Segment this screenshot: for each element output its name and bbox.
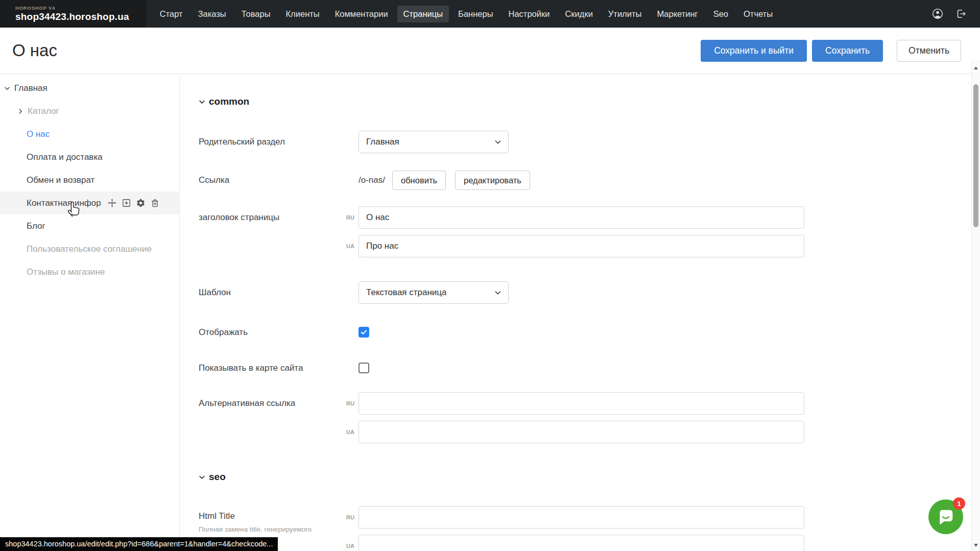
sidebar-item-label: Контактная инфор bbox=[27, 198, 101, 208]
nav-item-utilities[interactable]: Утилиты bbox=[602, 6, 648, 22]
field-display: Отображать bbox=[199, 327, 971, 338]
nav-item-discounts[interactable]: Скидки bbox=[559, 6, 599, 22]
display-checkbox[interactable] bbox=[358, 327, 369, 338]
nav-item-products[interactable]: Товары bbox=[235, 6, 277, 22]
sidebar-item-o-nas[interactable]: О нас bbox=[0, 123, 179, 146]
nav-item-pages[interactable]: Страницы bbox=[397, 6, 449, 22]
logout-icon[interactable] bbox=[955, 8, 967, 19]
page-header: О нас Сохранить и выйти Сохранить Отмени… bbox=[0, 28, 980, 74]
page-title: О нас bbox=[12, 41, 57, 60]
html-title-ua-input[interactable] bbox=[358, 535, 804, 551]
lang-ua-badge: UA bbox=[338, 543, 354, 549]
chevron-down-icon bbox=[4, 85, 10, 91]
sidebar-item-label: Каталог bbox=[28, 106, 59, 116]
link-edit-button[interactable]: редактировать bbox=[455, 171, 530, 190]
save-and-exit-button[interactable]: Сохранить и выйти bbox=[701, 40, 807, 62]
section-common[interactable]: common bbox=[199, 96, 971, 107]
sidebar-item-oplata-i-dostavka[interactable]: Оплата и доставка bbox=[0, 146, 179, 169]
scrollbar-thumb[interactable] bbox=[973, 84, 978, 227]
nav-item-orders[interactable]: Заказы bbox=[192, 6, 232, 22]
chevron-down-icon bbox=[199, 474, 205, 481]
section-label: seo bbox=[209, 471, 226, 483]
field-sitemap: Показывать в карте сайта bbox=[199, 363, 971, 373]
check-icon bbox=[360, 328, 368, 336]
brand-domain: shop34423.horoshop.ua bbox=[15, 11, 129, 22]
sitemap-checkbox[interactable] bbox=[358, 363, 369, 373]
lang-ru-badge: RU bbox=[338, 514, 354, 520]
lang-ua-badge: UA bbox=[338, 243, 354, 249]
link-refresh-button[interactable]: обновить bbox=[392, 171, 446, 190]
nav-item-seo[interactable]: Seo bbox=[707, 6, 734, 22]
sidebar-item-label: Пользовательское соглашение bbox=[27, 244, 152, 254]
template-select[interactable]: Текстовая страница bbox=[358, 281, 509, 304]
add-icon[interactable] bbox=[122, 198, 131, 208]
field-alt-link: Альтернативная ссылка RU UA bbox=[199, 392, 971, 443]
nav-item-start[interactable]: Старт bbox=[154, 6, 189, 22]
field-page-title: заголовок страницы RU UA bbox=[199, 206, 971, 257]
field-label: Альтернативная ссылка bbox=[199, 392, 338, 409]
field-label: Html Title bbox=[199, 511, 338, 521]
alt-link-ru-input[interactable] bbox=[358, 392, 804, 415]
settings-icon[interactable] bbox=[136, 198, 146, 208]
brand-version-label: HOROSHOP V4 bbox=[15, 5, 129, 11]
field-label: Шаблон bbox=[199, 288, 338, 298]
field-parent-section: Родительский раздел Главная bbox=[199, 131, 971, 153]
lang-ru-badge: RU bbox=[338, 400, 354, 406]
topbar-right bbox=[932, 8, 980, 19]
section-label: common bbox=[209, 96, 249, 107]
nav-item-comments[interactable]: Комментарии bbox=[329, 6, 394, 22]
save-button[interactable]: Сохранить bbox=[812, 40, 883, 62]
field-label: заголовок страницы bbox=[199, 206, 338, 223]
field-hint: Полная замена title, генерируемого bbox=[199, 525, 326, 534]
vertical-scrollbar[interactable] bbox=[971, 60, 980, 551]
sidebar-item-label: Главная bbox=[14, 83, 47, 93]
field-label: Ссылка bbox=[199, 175, 338, 185]
sidebar-item-label: Оплата и доставка bbox=[27, 152, 103, 162]
parent-section-select[interactable]: Главная bbox=[358, 131, 509, 153]
status-url-bar: shop34423.horoshop.ua/edit/edit.php?id=6… bbox=[0, 537, 278, 551]
status-url-text: shop34423.horoshop.ua/edit/edit.php?id=6… bbox=[5, 540, 273, 548]
sidebar-item-polzovatelskoe-soglashenie[interactable]: Пользовательское соглашение bbox=[0, 237, 179, 260]
main-nav: Старт Заказы Товары Клиенты Комментарии … bbox=[154, 6, 779, 22]
nav-item-reports[interactable]: Отчеты bbox=[737, 6, 779, 22]
section-seo[interactable]: seo bbox=[199, 471, 971, 483]
nav-item-settings[interactable]: Настройки bbox=[503, 6, 556, 22]
selected-value: Текстовая страница bbox=[366, 288, 447, 298]
page-title-ua-input[interactable] bbox=[358, 235, 804, 257]
link-path-value: /o-nas/ bbox=[358, 175, 385, 185]
tree-row-actions bbox=[107, 198, 160, 208]
page-title-ru-input[interactable] bbox=[358, 206, 804, 229]
chat-bubble-icon bbox=[936, 507, 956, 527]
chevron-down-icon bbox=[199, 99, 205, 105]
cancel-button[interactable]: Отменить bbox=[897, 40, 961, 62]
html-title-ru-input[interactable] bbox=[358, 506, 804, 529]
field-label: Отображать bbox=[199, 327, 338, 338]
scroll-up-arrow[interactable] bbox=[974, 66, 978, 69]
field-label: Родительский раздел bbox=[199, 137, 338, 147]
nav-item-banners[interactable]: Баннеры bbox=[452, 6, 499, 22]
chat-launcher-button[interactable]: 1 bbox=[928, 499, 963, 534]
account-icon[interactable] bbox=[932, 8, 943, 19]
sidebar-item-katalog[interactable]: Каталог bbox=[0, 100, 179, 123]
field-html-title: Html Title Полная замена title, генериру… bbox=[199, 506, 971, 551]
sidebar-item-obmen-i-vozvrat[interactable]: Обмен и возврат bbox=[0, 169, 179, 191]
field-template: Шаблон Текстовая страница bbox=[199, 281, 971, 304]
chevron-down-icon bbox=[494, 289, 501, 296]
nav-item-marketing[interactable]: Маркетинг bbox=[651, 6, 704, 22]
scroll-down-arrow[interactable] bbox=[974, 544, 978, 547]
sidebar-item-otzyvy-o-magazine[interactable]: Отзывы о магазине bbox=[0, 260, 179, 283]
delete-icon[interactable] bbox=[150, 198, 160, 208]
sidebar-item-blog[interactable]: Блог bbox=[0, 214, 179, 237]
sidebar-item-kontaktnaya-informatsiya[interactable]: Контактная инфор bbox=[0, 191, 179, 214]
pages-tree-sidebar: Главная Каталог О нас Оплата и доставка … bbox=[0, 75, 180, 551]
move-icon[interactable] bbox=[107, 198, 117, 208]
sidebar-item-glavnaya[interactable]: Главная bbox=[0, 77, 179, 100]
chat-unread-badge: 1 bbox=[953, 497, 965, 510]
chevron-down-icon bbox=[494, 138, 501, 146]
lang-ua-badge: UA bbox=[338, 429, 354, 435]
selected-value: Главная bbox=[366, 137, 399, 147]
lang-ru-badge: RU bbox=[338, 214, 354, 221]
nav-item-clients[interactable]: Клиенты bbox=[280, 6, 326, 22]
brand[interactable]: HOROSHOP V4 shop34423.horoshop.ua bbox=[0, 0, 147, 28]
alt-link-ua-input[interactable] bbox=[358, 421, 804, 443]
